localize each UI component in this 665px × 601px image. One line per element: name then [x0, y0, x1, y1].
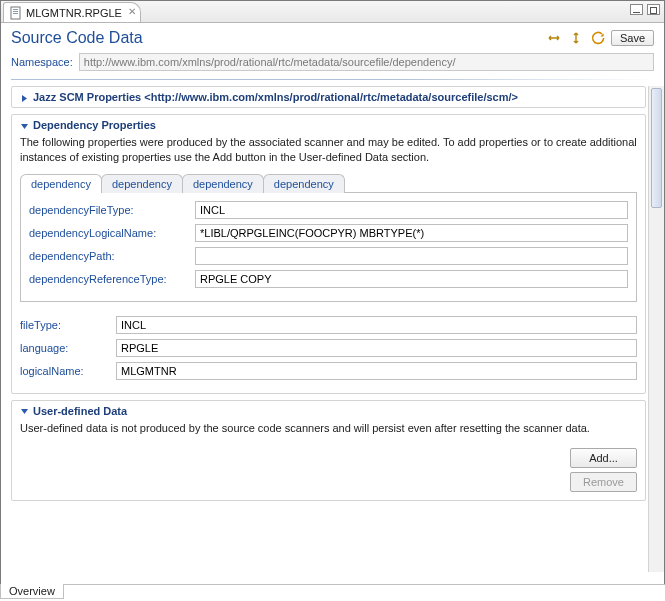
section-dependency-title: Dependency Properties	[33, 119, 156, 131]
dependency-path-input[interactable]	[195, 247, 628, 265]
section-user-defined-header[interactable]: User-defined Data	[20, 405, 637, 417]
dependency-file-type-label: dependencyFileType:	[29, 204, 189, 216]
dependency-path-label: dependencyPath:	[29, 250, 189, 262]
section-jazz-scm: Jazz SCM Properties <http://www.ibm.com/…	[11, 86, 646, 108]
refresh-icon[interactable]	[589, 29, 607, 47]
file-type-label: fileType:	[20, 319, 110, 331]
dependency-tabs: dependency dependency dependency depende…	[20, 173, 637, 193]
chevron-down-icon	[20, 121, 29, 130]
expand-horizontal-icon[interactable]	[545, 29, 563, 47]
chevron-down-icon	[20, 406, 29, 415]
svg-rect-1	[13, 9, 18, 10]
save-button[interactable]: Save	[611, 30, 654, 46]
page-tabs: Overview	[0, 584, 665, 601]
editor-tabbar: MLGMTNR.RPGLE ✕	[1, 1, 664, 23]
language-input[interactable]	[116, 339, 637, 357]
dependency-reference-type-label: dependencyReferenceType:	[29, 273, 189, 285]
header-divider	[11, 79, 654, 80]
window-controls	[630, 4, 660, 15]
document-tab-label: MLGMTNR.RPGLE	[26, 7, 122, 19]
file-properties: fileType: language: logicalName:	[20, 316, 637, 380]
content-scroll-area: Jazz SCM Properties <http://www.ibm.com/…	[1, 86, 664, 572]
section-dependency-desc: The following properties were produced b…	[20, 135, 637, 165]
user-defined-buttons: Add... Remove	[570, 448, 637, 492]
file-type-input[interactable]	[116, 316, 637, 334]
dependency-tab[interactable]: dependency	[101, 174, 183, 193]
close-icon[interactable]: ✕	[128, 6, 136, 17]
dependency-logical-name-label: dependencyLogicalName:	[29, 227, 189, 239]
namespace-row: Namespace:	[1, 51, 664, 79]
maximize-button[interactable]	[647, 4, 660, 15]
section-dependency: Dependency Properties The following prop…	[11, 114, 646, 394]
header-actions: Save	[545, 29, 654, 47]
expand-vertical-icon[interactable]	[567, 29, 585, 47]
namespace-label: Namespace:	[11, 56, 73, 68]
dependency-file-type-input[interactable]	[195, 201, 628, 219]
section-jazz-scm-title: Jazz SCM Properties <http://www.ibm.com/…	[33, 91, 518, 103]
svg-rect-3	[13, 13, 18, 14]
scrollbar-thumb[interactable]	[651, 88, 662, 208]
page-header: Source Code Data Save	[1, 23, 664, 51]
logical-name-label: logicalName:	[20, 365, 110, 377]
namespace-input	[79, 53, 654, 71]
chevron-right-icon	[20, 93, 29, 102]
vertical-scrollbar[interactable]	[648, 86, 664, 572]
page-title: Source Code Data	[11, 29, 143, 47]
minimize-button[interactable]	[630, 4, 643, 15]
dependency-tab[interactable]: dependency	[20, 174, 102, 193]
section-dependency-header[interactable]: Dependency Properties	[20, 119, 637, 131]
svg-rect-2	[13, 11, 18, 12]
overview-tab[interactable]: Overview	[0, 584, 64, 599]
file-icon	[10, 6, 22, 20]
remove-button: Remove	[570, 472, 637, 492]
dependency-panel: dependencyFileType: dependencyLogicalNam…	[20, 193, 637, 302]
section-user-defined-title: User-defined Data	[33, 405, 127, 417]
section-user-defined: User-defined Data User-defined data is n…	[11, 400, 646, 501]
dependency-logical-name-input[interactable]	[195, 224, 628, 242]
dependency-tab[interactable]: dependency	[263, 174, 345, 193]
dependency-tab[interactable]: dependency	[182, 174, 264, 193]
add-button[interactable]: Add...	[570, 448, 637, 468]
section-user-defined-desc: User-defined data is not produced by the…	[20, 421, 637, 436]
language-label: language:	[20, 342, 110, 354]
document-tab[interactable]: MLGMTNR.RPGLE ✕	[3, 2, 141, 22]
dependency-reference-type-input[interactable]	[195, 270, 628, 288]
logical-name-input[interactable]	[116, 362, 637, 380]
section-jazz-scm-header[interactable]: Jazz SCM Properties <http://www.ibm.com/…	[20, 91, 637, 103]
